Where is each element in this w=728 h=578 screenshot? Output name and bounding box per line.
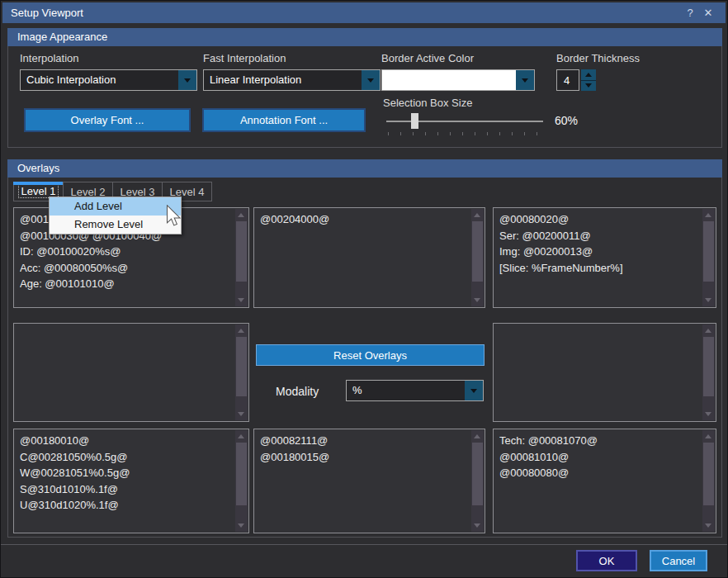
- scroll-up-icon[interactable]: [705, 329, 711, 333]
- scroll-up-icon[interactable]: [238, 329, 244, 333]
- menu-item-add-level[interactable]: Add Level: [50, 197, 181, 216]
- title-bar: Setup Viewport ? ✕: [2, 2, 726, 23]
- scrollbar[interactable]: [471, 209, 484, 306]
- spin-down-button[interactable]: [581, 81, 596, 92]
- interpolation-value: Cubic Interpolation: [21, 70, 178, 90]
- overlay-text-top-center[interactable]: @00204000@: [253, 207, 485, 308]
- scrollbar[interactable]: [702, 209, 715, 306]
- scrollbar-thumb[interactable]: [703, 443, 714, 505]
- scroll-down-icon[interactable]: [474, 524, 480, 528]
- scroll-down-icon[interactable]: [474, 298, 480, 302]
- chevron-up-icon: [585, 73, 592, 77]
- scroll-down-icon[interactable]: [238, 524, 244, 528]
- scroll-down-icon[interactable]: [705, 298, 711, 302]
- overlay-font-button[interactable]: Overlay Font ...: [24, 108, 191, 132]
- interpolation-label: Interpolation: [20, 52, 79, 64]
- slider-ticks: [388, 132, 543, 135]
- help-icon[interactable]: ?: [681, 7, 699, 19]
- image-appearance-header: Image Appearance: [7, 28, 722, 46]
- fast-interpolation-dropdown-button[interactable]: [362, 70, 380, 90]
- scrollbar-thumb[interactable]: [236, 337, 247, 396]
- modality-dropdown-button[interactable]: [465, 381, 483, 400]
- scrollbar[interactable]: [471, 430, 484, 532]
- scrollbar-thumb[interactable]: [703, 337, 714, 396]
- setup-viewport-dialog: Setup Viewport ? ✕ Image Appearance Inte…: [0, 0, 728, 578]
- overlay-text-bottom-right[interactable]: Tech: @00081070@ @00081010@ @00080080@: [493, 429, 716, 533]
- scroll-up-icon[interactable]: [705, 434, 711, 438]
- fast-interpolation-label: Fast Interpolation: [203, 52, 286, 64]
- overlay-text-top-right[interactable]: @00080020@ Ser: @00200011@ Img: @0020001…: [493, 207, 716, 308]
- overlays-header: Overlays: [7, 159, 722, 178]
- chevron-down-icon: [184, 78, 191, 83]
- overlay-text-mid-right[interactable]: [493, 323, 716, 422]
- selection-box-size-label: Selection Box Size: [383, 97, 472, 109]
- chevron-down-icon: [470, 389, 477, 393]
- scrollbar-thumb[interactable]: [703, 221, 714, 282]
- border-thickness-label: Border Thickness: [556, 52, 640, 64]
- scroll-up-icon[interactable]: [474, 213, 480, 217]
- fast-interpolation-value: Linear Interpolation: [204, 70, 362, 90]
- selection-box-size-value: 60%: [555, 114, 578, 127]
- dialog-title: Setup Viewport: [11, 7, 681, 19]
- scrollbar[interactable]: [235, 325, 248, 420]
- mouse-cursor-icon: [166, 205, 181, 230]
- scroll-up-icon[interactable]: [238, 213, 244, 217]
- chevron-down-icon: [522, 78, 528, 83]
- image-appearance-body: Interpolation Cubic Interpolation Fast I…: [7, 46, 722, 148]
- reset-overlays-button[interactable]: Reset Overlays: [256, 344, 485, 366]
- overlay-text-bottom-left[interactable]: @00180010@ C@00281050%0.5g@ W@00281051%0…: [13, 429, 249, 533]
- modality-select[interactable]: %: [346, 380, 484, 401]
- overlay-text-mid-left[interactable]: [13, 323, 249, 422]
- scrollbar-thumb[interactable]: [236, 221, 247, 282]
- footer-divider: [1, 544, 727, 545]
- selection-box-size-slider[interactable]: [386, 111, 548, 137]
- modality-label: Modality: [276, 385, 319, 398]
- annotation-font-button[interactable]: Annotation Font ...: [202, 108, 366, 132]
- scrollbar[interactable]: [235, 430, 248, 532]
- scroll-down-icon[interactable]: [705, 412, 711, 416]
- slider-thumb[interactable]: [411, 113, 418, 129]
- border-active-color-swatch: [382, 70, 516, 90]
- border-active-color-dropdown-button[interactable]: [516, 70, 534, 90]
- scroll-up-icon[interactable]: [705, 213, 711, 217]
- spin-up-button[interactable]: [581, 69, 596, 81]
- scrollbar-thumb[interactable]: [236, 443, 247, 505]
- interpolation-select[interactable]: Cubic Interpolation: [20, 69, 197, 91]
- fast-interpolation-select[interactable]: Linear Interpolation: [203, 69, 381, 91]
- image-appearance-group: Image Appearance Interpolation Cubic Int…: [7, 28, 722, 148]
- overlay-text-bottom-center[interactable]: @00082111@ @00180015@: [253, 429, 485, 533]
- scroll-up-icon[interactable]: [474, 434, 480, 438]
- border-active-color-select[interactable]: [381, 69, 535, 91]
- border-thickness-stepper[interactable]: 4: [556, 69, 596, 91]
- modality-value: %: [347, 381, 465, 400]
- menu-item-remove-level[interactable]: Remove Level: [50, 216, 181, 234]
- scrollbar[interactable]: [702, 430, 715, 532]
- cancel-button[interactable]: Cancel: [650, 550, 707, 571]
- scrollbar-thumb[interactable]: [472, 443, 483, 505]
- slider-track[interactable]: [386, 121, 543, 122]
- border-active-color-label: Border Active Color: [381, 52, 474, 64]
- scroll-down-icon[interactable]: [238, 298, 244, 302]
- chevron-down-icon: [585, 83, 592, 88]
- border-thickness-value[interactable]: 4: [556, 69, 579, 91]
- scrollbar[interactable]: [235, 209, 248, 306]
- scroll-down-icon[interactable]: [705, 524, 711, 528]
- interpolation-dropdown-button[interactable]: [178, 70, 196, 90]
- ok-button[interactable]: OK: [576, 550, 637, 571]
- level-context-menu: Add Level Remove Level: [49, 197, 182, 235]
- scrollbar[interactable]: [702, 325, 715, 420]
- scrollbar-thumb[interactable]: [472, 221, 483, 282]
- scroll-down-icon[interactable]: [238, 412, 244, 416]
- chevron-down-icon: [367, 78, 374, 83]
- border-thickness-spin-buttons: [581, 69, 596, 91]
- close-icon[interactable]: ✕: [699, 7, 717, 19]
- scroll-up-icon[interactable]: [238, 434, 244, 438]
